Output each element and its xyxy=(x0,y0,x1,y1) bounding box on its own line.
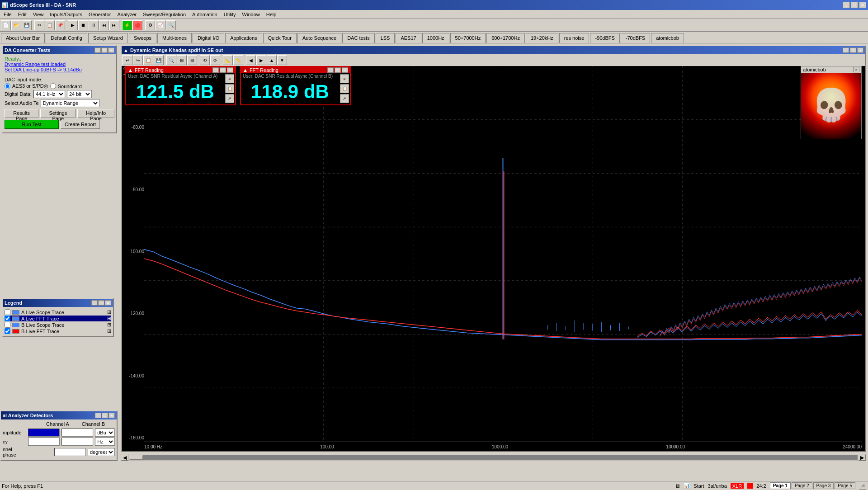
da-close-btn[interactable]: × xyxy=(108,47,114,53)
chart-tb15[interactable]: ▼ xyxy=(277,55,287,65)
chart-tb9[interactable]: ⟳ xyxy=(210,55,220,65)
fft-b-maximize-btn[interactable]: □ xyxy=(335,67,341,73)
chart-tb10[interactable]: 📐 xyxy=(223,55,233,65)
tab-default-config[interactable]: Default Config xyxy=(46,33,87,43)
chart-tb5[interactable]: 🔍 xyxy=(166,55,176,65)
menu-edit[interactable]: Edit xyxy=(15,11,29,18)
tab-50-7000hz[interactable]: 50+7000Hz xyxy=(450,33,486,43)
menu-view[interactable]: View xyxy=(30,11,47,18)
fft-a-side-btn2[interactable]: 📋 xyxy=(225,84,234,93)
page-tab-5[interactable]: Page 5 xyxy=(835,482,855,489)
tab-90dbfs[interactable]: -90dBFS xyxy=(590,33,619,43)
run-test-btn[interactable]: Run Test xyxy=(5,120,59,129)
fft-a-minimize-btn[interactable]: _ xyxy=(212,67,219,73)
tb-zoom[interactable]: 🔍 xyxy=(166,20,176,30)
da-status-lineup[interactable]: Set D/A Line-up 0dBFS -> 9.14dBu xyxy=(5,67,114,72)
legend-maximize-btn[interactable]: □ xyxy=(98,300,104,306)
fft-b-minimize-btn[interactable]: _ xyxy=(327,67,334,73)
tab-lss[interactable]: LSS xyxy=(376,33,395,43)
minimize-button[interactable]: _ xyxy=(843,2,850,8)
fft-a-maximize-btn[interactable]: □ xyxy=(220,67,226,73)
tab-digital-io[interactable]: Digital I/O xyxy=(193,33,224,43)
menu-automation[interactable]: Automation xyxy=(189,11,220,18)
menu-generator[interactable]: Generator xyxy=(86,11,114,18)
tb-btn1[interactable]: ▶ xyxy=(68,20,78,30)
menu-window[interactable]: Window xyxy=(240,11,263,18)
menu-file[interactable]: File xyxy=(1,11,14,18)
legend-a-scope-icon[interactable]: ⊞ xyxy=(107,309,111,315)
chart-tb3[interactable]: 📋 xyxy=(143,55,153,65)
tb-new[interactable]: 📄 xyxy=(1,20,11,30)
chart-tb2[interactable]: ↪ xyxy=(133,55,143,65)
tb-save[interactable]: 💾 xyxy=(22,20,32,30)
tb-ana[interactable]: 🔴 xyxy=(132,20,142,30)
tab-600-1700hz[interactable]: 600+1700Hz xyxy=(486,33,525,43)
fft-b-close-btn[interactable]: × xyxy=(342,67,348,73)
tb-paste[interactable]: 📌 xyxy=(55,20,65,30)
page-tab-2[interactable]: Page 2 xyxy=(792,482,812,489)
digital-data-freq-select[interactable]: 44.1 kHz xyxy=(33,90,65,98)
fft-a-close-btn[interactable]: × xyxy=(227,67,233,73)
menu-help[interactable]: Help xyxy=(264,11,279,18)
tab-res-noise[interactable]: res noise xyxy=(559,33,590,43)
tab-70dbfs[interactable]: -70dBFS xyxy=(621,33,650,43)
scroll-right-btn[interactable]: ▶ xyxy=(859,454,866,461)
fft-a-side-btn1[interactable]: ≡ xyxy=(225,74,234,83)
analyzer-amplitude-a[interactable]: -50.857 xyxy=(28,429,60,437)
legend-b-scope-check[interactable] xyxy=(5,322,10,328)
legend-b-fft-check[interactable] xyxy=(5,328,10,334)
tb-open[interactable]: 📂 xyxy=(11,20,21,30)
tb-settings[interactable]: ⚙ xyxy=(145,20,155,30)
legend-a-scope-check[interactable] xyxy=(5,309,10,315)
legend-b-fft-icon[interactable]: ⊞ xyxy=(107,328,111,334)
analyzer-freq-unit[interactable]: Hz xyxy=(95,438,115,446)
close-button[interactable]: × xyxy=(859,2,866,8)
tab-dac-tests[interactable]: DAC tests xyxy=(342,33,375,43)
tab-aes17[interactable]: AES17 xyxy=(396,33,421,43)
tab-setup-wizard[interactable]: Setup Wizard xyxy=(88,33,128,43)
digital-data-bits-select[interactable]: 24 bit xyxy=(67,90,92,98)
chart-tb13[interactable]: ▶ xyxy=(256,55,266,65)
chart-tb4[interactable]: 💾 xyxy=(154,55,164,65)
scroll-track[interactable] xyxy=(129,455,858,460)
fft-b-side-buttons[interactable]: ≡ 📋 ↗ xyxy=(339,73,350,104)
tab-sweeps[interactable]: Sweeps xyxy=(129,33,156,43)
scroll-thumb[interactable] xyxy=(129,455,143,460)
tb-btn5[interactable]: ⏭ xyxy=(109,20,119,30)
chart-tb11[interactable]: 📏 xyxy=(233,55,243,65)
chart-tb14[interactable]: ▲ xyxy=(267,55,277,65)
tab-applications[interactable]: Applications xyxy=(225,33,262,43)
fft-a-side-buttons[interactable]: ≡ 📋 ↗ xyxy=(224,73,235,104)
menu-inputs-outputs[interactable]: Inputs/Outputs xyxy=(47,11,85,18)
title-bar-buttons[interactable]: _ □ × xyxy=(843,2,866,8)
tab-about-user-bar[interactable]: About User Bar xyxy=(1,33,45,43)
help-info-page-btn[interactable]: Help/Info Page xyxy=(77,109,114,118)
analyzer-amplitude-b[interactable]: -50.788 xyxy=(61,429,93,437)
maximize-button[interactable]: □ xyxy=(851,2,858,8)
fft-b-side-btn2[interactable]: 📋 xyxy=(340,84,349,93)
atomicbob-close-btn[interactable]: × xyxy=(853,67,859,72)
tab-1000hz[interactable]: 1000Hz xyxy=(422,33,449,43)
menu-utility[interactable]: Utility xyxy=(221,11,239,18)
tab-atomicbob[interactable]: atomicbob xyxy=(651,33,684,43)
h-scrollbar[interactable]: ◀ ▶ xyxy=(121,454,866,461)
legend-close-btn[interactable]: × xyxy=(105,300,111,306)
resize-grip[interactable]: ⊿ xyxy=(859,482,866,490)
analyzer-close-btn[interactable]: × xyxy=(108,413,115,418)
radio-aes3[interactable] xyxy=(5,83,10,89)
chart-close-btn[interactable]: × xyxy=(857,47,863,53)
chart-tb12[interactable]: ◀ xyxy=(246,55,256,65)
tab-quick-tour[interactable]: Quick Tour xyxy=(263,33,297,43)
legend-a-fft-check[interactable] xyxy=(5,316,10,321)
legend-a-fft-icon[interactable]: ⊞ xyxy=(107,316,111,321)
radio-soundcard[interactable] xyxy=(50,83,56,89)
legend-minimize-btn[interactable]: _ xyxy=(91,300,98,306)
tab-19-20khz[interactable]: 19+20kHz xyxy=(526,33,558,43)
menu-analyzer[interactable]: Analyzer xyxy=(114,11,139,18)
analyzer-amplitude-unit[interactable]: dBu xyxy=(95,429,115,437)
page-tab-1[interactable]: Page 1 xyxy=(770,482,791,489)
chart-tb7[interactable]: ⊟ xyxy=(187,55,197,65)
tb-copy[interactable]: 📋 xyxy=(45,20,55,30)
analyzer-phase-unit[interactable]: degrees xyxy=(88,448,115,456)
tab-multi-tones[interactable]: Multi-tones xyxy=(157,33,192,43)
